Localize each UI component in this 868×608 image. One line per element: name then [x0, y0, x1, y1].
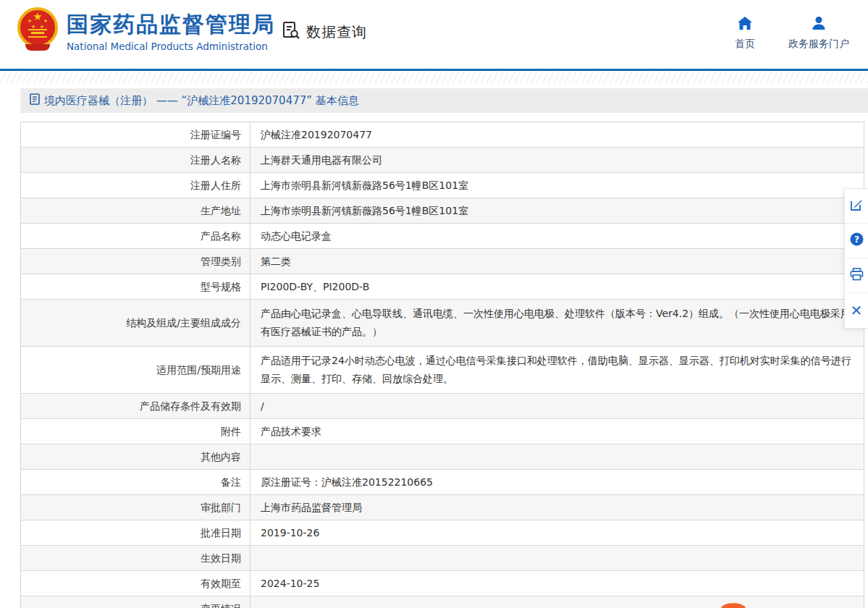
nav-home-label: 首页 [735, 38, 755, 51]
table-row: 管理类别第二类 [21, 249, 864, 274]
data-query-label: 数据查询 [306, 22, 367, 42]
row-value: 2024-10-25 [250, 571, 864, 596]
row-label: 产品名称 [21, 224, 250, 249]
row-label: 有效期至 [21, 571, 250, 596]
table-row: 注册证编号沪械注准20192070477 [21, 122, 864, 148]
nav-home[interactable]: 首页 [735, 16, 755, 51]
data-query-entry[interactable]: 数据查询 [281, 20, 367, 43]
close-icon: ✕ [851, 303, 863, 318]
table-row: 注册人住所上海市崇明县新河镇新薇路56号1幢B区101室 [21, 173, 864, 198]
row-label: 生效日期 [21, 546, 250, 571]
close-toolbar-button[interactable]: ✕ [845, 293, 868, 328]
table-row: 附件产品技术要求 [21, 419, 864, 444]
help-button[interactable]: ? [845, 224, 868, 258]
floating-toolbar: ? ✕ [844, 188, 868, 329]
row-label: 适用范围/预期用途 [21, 347, 250, 394]
row-label: 备注 [21, 470, 250, 495]
page: ★ ★ ★ ★ ★ 国家药品监督管理局 National Medical Pro… [0, 0, 868, 608]
site-title-en: National Medical Products Administration [67, 41, 275, 52]
row-value: 上海群天通用电器有限公司 [250, 148, 864, 173]
row-label: 管理类别 [21, 249, 250, 274]
hatch-strip [0, 71, 868, 84]
row-value [250, 444, 864, 470]
site-title-cn: 国家药品监督管理局 [67, 12, 275, 38]
table-row: 生效日期 [21, 546, 864, 571]
table-row: 注册人名称上海群天通用电器有限公司 [21, 148, 864, 173]
breadcrumb: 境内医疗器械（注册） —— “沪械注准20192070477” 基本信息 [20, 88, 868, 113]
table-row: 其他内容 [21, 444, 864, 470]
printer-icon [850, 268, 864, 284]
row-value: 产品适用于记录24小时动态心电波，通过心电信号采集接口和处理软件，借助电脑、显示… [250, 347, 864, 394]
row-value [250, 596, 864, 608]
edit-button[interactable] [845, 189, 868, 224]
registration-info-table: 注册证编号沪械注准20192070477注册人名称上海群天通用电器有限公司注册人… [20, 122, 864, 608]
row-label: 产品储存条件及有效期 [21, 394, 250, 419]
row-label: 注册人住所 [21, 173, 250, 198]
row-value: 动态心电记录盒 [250, 224, 864, 249]
row-label: 型号规格 [21, 274, 250, 300]
table-row: 适用范围/预期用途产品适用于记录24小时动态心电波，通过心电信号采集接口和处理软… [21, 347, 864, 394]
help-icon: ? [850, 232, 864, 249]
print-button[interactable] [845, 258, 868, 293]
row-label: 审批部门 [21, 495, 250, 520]
home-icon [737, 16, 753, 33]
row-value: 上海市药品监督管理局 [250, 495, 864, 520]
table-row: 批准日期2019-10-26 [21, 520, 864, 546]
row-value [250, 546, 864, 571]
table-row: 生产地址上海市崇明县新河镇新薇路56号1幢B区101室 [21, 198, 864, 224]
row-value: 原注册证号：沪械注准20152210665 [250, 470, 864, 495]
nmpa-logo: ★ ★ ★ ★ ★ [17, 7, 62, 62]
row-label: 结构及组成/主要组成成分 [21, 300, 250, 347]
nav-portal-label: 政务服务门户 [788, 38, 849, 51]
row-value: 上海市崇明县新河镇新薇路56号1幢B区101室 [250, 173, 864, 198]
document-search-icon [281, 20, 301, 43]
table-row: 型号规格PI200D-BY、PI200D-B [21, 274, 864, 300]
table-row: 有效期至2024-10-25 [21, 571, 864, 596]
row-label: 注册证编号 [21, 122, 250, 148]
table-row: 审批部门上海市药品监督管理局 [21, 495, 864, 520]
user-icon [811, 16, 827, 33]
row-value: 产品技术要求 [250, 419, 864, 444]
row-label: 注册人名称 [21, 148, 250, 173]
row-value: PI200D-BY、PI200D-B [250, 274, 864, 300]
edit-icon [850, 198, 863, 214]
row-value: 2019-10-26 [250, 520, 864, 546]
row-label: 变更情况 [21, 596, 250, 608]
national-emblem-icon: ★ ★ ★ ★ ★ [17, 7, 58, 48]
row-value: 第二类 [250, 249, 864, 274]
table-row: 产品储存条件及有效期/ [21, 394, 864, 419]
row-label: 批准日期 [21, 520, 250, 546]
document-icon [30, 93, 40, 108]
row-value: / [250, 394, 864, 419]
row-value: 上海市崇明县新河镇新薇路56号1幢B区101室 [250, 198, 864, 224]
table-row: 结构及组成/主要组成成分产品由心电记录盒、心电导联线、通讯电缆、一次性使用心电电… [21, 300, 864, 347]
nav-portal[interactable]: 政务服务门户 [788, 16, 849, 51]
row-value: 产品由心电记录盒、心电导联线、通讯电缆、一次性使用心电电极、处理软件（版本号：V… [250, 300, 864, 347]
row-label: 附件 [21, 419, 250, 444]
svg-text:?: ? [854, 235, 859, 245]
breadcrumb-text: 境内医疗器械（注册） —— “沪械注准20192070477” 基本信息 [44, 94, 359, 108]
site-header: ★ ★ ★ ★ ★ 国家药品监督管理局 National Medical Pro… [0, 0, 868, 69]
row-value: 沪械注准20192070477 [250, 122, 864, 148]
row-label: 其他内容 [21, 444, 250, 470]
table-row: 备注原注册证号：沪械注准20152210665 [21, 470, 864, 495]
site-title: 国家药品监督管理局 National Medical Products Admi… [67, 12, 275, 52]
row-label: 生产地址 [21, 198, 250, 224]
table-row: 产品名称动态心电记录盒 [21, 224, 864, 249]
header-nav: 首页 政务服务门户 [735, 16, 849, 51]
